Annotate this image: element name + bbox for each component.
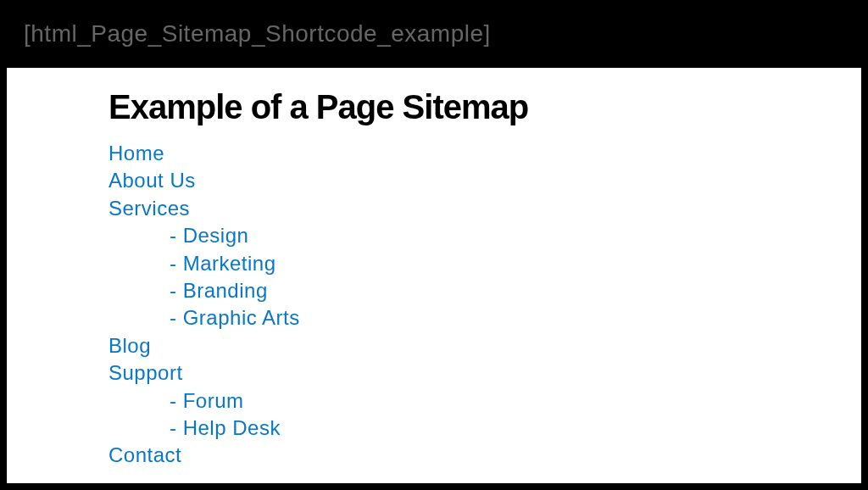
dash-prefix: -	[170, 279, 183, 302]
sitemap-item: Services	[108, 195, 760, 222]
sitemap-list: HomeAbout UsServices- Design- Marketing-…	[108, 140, 760, 470]
dash-prefix: -	[170, 389, 183, 412]
sitemap-sublink[interactable]: Marketing	[183, 252, 276, 275]
sitemap-item: Home	[108, 140, 760, 167]
sitemap-subitem: - Branding	[170, 277, 760, 304]
dash-prefix: -	[170, 416, 183, 439]
sitemap-subitem: - Forum	[170, 387, 760, 415]
dash-prefix: -	[170, 252, 183, 275]
header-bar: [html_Page_Sitemap_Shortcode_example]	[0, 0, 868, 68]
content-panel: Example of a Page Sitemap HomeAbout UsSe…	[7, 68, 861, 483]
sitemap-item: Support	[108, 359, 760, 387]
sitemap-sublist: - Design- Marketing- Branding- Graphic A…	[108, 222, 760, 332]
sitemap-subitem: - Marketing	[170, 250, 760, 277]
sitemap-sublink[interactable]: Graphic Arts	[183, 306, 300, 329]
dash-prefix: -	[170, 306, 183, 329]
sitemap-link[interactable]: About Us	[108, 169, 196, 192]
sitemap-link[interactable]: Support	[108, 361, 183, 384]
sitemap-subitem: - Graphic Arts	[170, 304, 760, 331]
sitemap-sublink[interactable]: Help Desk	[183, 416, 281, 439]
sitemap-link[interactable]: Blog	[108, 334, 151, 357]
dash-prefix: -	[170, 224, 183, 247]
sitemap-link[interactable]: Services	[108, 197, 190, 220]
sitemap-item: About Us	[108, 167, 760, 194]
sitemap-subitem: - Design	[170, 222, 760, 249]
sitemap-sublist: - Forum- Help Desk	[108, 387, 760, 443]
sitemap-sublink[interactable]: Design	[183, 224, 249, 247]
sitemap-sublink[interactable]: Forum	[183, 389, 244, 412]
sitemap-item: Blog	[108, 332, 760, 359]
page-title: Example of a Page Sitemap	[108, 88, 760, 126]
sitemap-item: Contact	[108, 442, 760, 469]
sitemap-link[interactable]: Contact	[108, 443, 181, 466]
sitemap-sublink[interactable]: Branding	[183, 279, 268, 302]
sitemap-link[interactable]: Home	[108, 142, 164, 164]
shortcode-label: [html_Page_Sitemap_Shortcode_example]	[24, 20, 491, 47]
sitemap-subitem: - Help Desk	[170, 415, 760, 442]
